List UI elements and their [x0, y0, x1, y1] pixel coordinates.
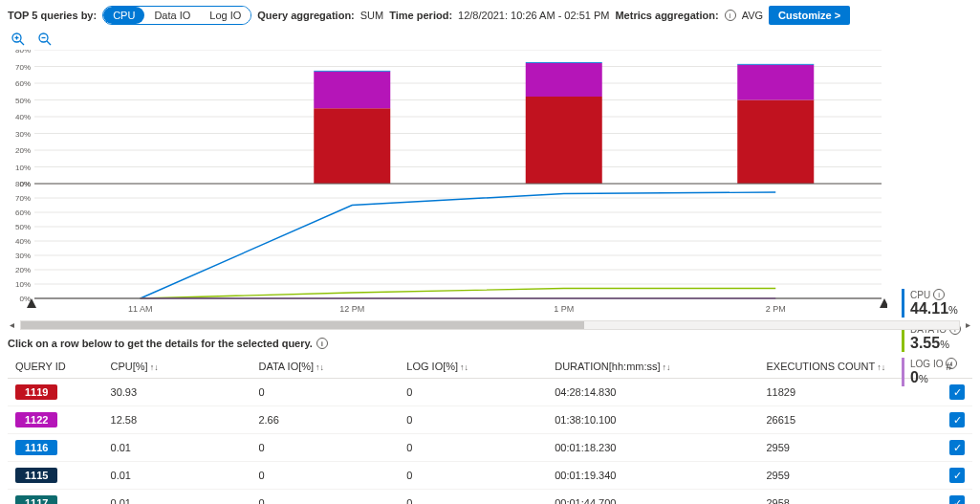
- svg-text:60%: 60%: [15, 79, 31, 88]
- svg-text:30%: 30%: [15, 130, 31, 139]
- cell-cpu: 0.01: [103, 462, 251, 490]
- table-row[interactable]: 111930.930004:28:14.83011829✓: [8, 379, 972, 406]
- row-checkbox[interactable]: ✓: [949, 412, 965, 427]
- zoom-in-icon[interactable]: [10, 31, 27, 48]
- sort-icon: ↑↓: [150, 362, 159, 372]
- zoom-out-icon[interactable]: [36, 31, 54, 48]
- svg-line-1: [20, 41, 24, 45]
- cell-logio: 0: [399, 406, 547, 434]
- cell-dataio: 0: [250, 379, 399, 406]
- svg-rect-48: [526, 62, 602, 63]
- cell-exec: 26615: [758, 406, 938, 434]
- table-row[interactable]: 112212.582.66001:38:10.10026615✓: [8, 406, 972, 434]
- top5-segmented-control: CPU Data IO Log IO: [102, 6, 251, 25]
- table-row[interactable]: 11150.010000:01:19.3402959✓: [8, 462, 972, 490]
- svg-rect-51: [737, 64, 814, 65]
- seg-logio[interactable]: Log IO: [200, 7, 250, 24]
- time-period-label: Time period:: [389, 10, 452, 21]
- svg-text:40%: 40%: [15, 113, 31, 121]
- scroll-track[interactable]: [20, 320, 960, 330]
- cell-logio: 0: [399, 490, 547, 505]
- svg-rect-46: [526, 97, 602, 184]
- table-row[interactable]: 11160.010000:01:18.2302959✓: [8, 434, 972, 462]
- svg-rect-50: [737, 65, 814, 100]
- svg-text:40%: 40%: [15, 237, 31, 246]
- cell-exec: 2958: [758, 490, 938, 505]
- table-instruction: Click on a row below to get the details …: [0, 334, 980, 355]
- metrics-chart[interactable]: 0%10%20%30%40%50%60%70%80%0%10%20%30%40%…: [8, 50, 887, 318]
- scroll-thumb[interactable]: [21, 321, 584, 329]
- svg-text:80%: 80%: [15, 180, 31, 188]
- info-icon[interactable]: i: [725, 10, 736, 21]
- query-id-badge: 1122: [15, 412, 57, 427]
- cell-duration: 04:28:14.830: [547, 379, 758, 406]
- cell-dataio: 0: [250, 462, 399, 490]
- svg-text:11 AM: 11 AM: [128, 304, 153, 314]
- query-table: QUERY ID CPU[%]↑↓ DATA IO[%]↑↓ LOG IO[%]…: [8, 355, 972, 504]
- legend-cpu: CPUi 44.11%: [902, 289, 978, 318]
- cell-duration: 00:01:44.700: [547, 490, 758, 505]
- query-id-badge: 1115: [15, 468, 57, 483]
- svg-text:2 PM: 2 PM: [766, 304, 786, 314]
- cell-exec: 2959: [758, 434, 938, 462]
- query-agg-label: Query aggregation:: [257, 10, 354, 21]
- svg-rect-43: [314, 108, 390, 184]
- cell-cpu: 30.93: [103, 379, 251, 406]
- header-cpu[interactable]: CPU[%]↑↓: [103, 355, 251, 379]
- svg-rect-44: [314, 72, 390, 109]
- cell-cpu: 12.58: [103, 406, 251, 434]
- svg-rect-49: [737, 100, 814, 185]
- time-period-value: 12/8/2021: 10:26 AM - 02:51 PM: [458, 10, 609, 21]
- cell-dataio: 0: [250, 490, 399, 505]
- scroll-left-icon[interactable]: ◂: [8, 319, 16, 330]
- cell-duration: 00:01:19.340: [547, 462, 758, 490]
- cell-logio: 0: [399, 379, 547, 406]
- header-query-id[interactable]: QUERY ID: [8, 355, 103, 379]
- metrics-agg-value: AVG: [742, 10, 763, 21]
- cell-dataio: 2.66: [250, 406, 399, 434]
- svg-text:60%: 60%: [15, 208, 31, 217]
- sort-icon: ↑↓: [460, 362, 468, 372]
- svg-text:30%: 30%: [15, 252, 31, 260]
- svg-text:10%: 10%: [15, 164, 31, 172]
- sort-icon: ↑↓: [316, 362, 324, 372]
- seg-dataio[interactable]: Data IO: [144, 7, 200, 24]
- sort-icon: ↑↓: [663, 362, 671, 372]
- cell-dataio: 0: [250, 434, 399, 462]
- cell-logio: 0: [399, 462, 547, 490]
- svg-text:1 PM: 1 PM: [554, 304, 574, 314]
- chart-legend: CPUi 44.11% DATA IOi 3.55% LOG IOi 0%: [902, 289, 978, 392]
- table-header-row: QUERY ID CPU[%]↑↓ DATA IO[%]↑↓ LOG IO[%]…: [8, 355, 972, 379]
- customize-button[interactable]: Customize >: [769, 6, 850, 25]
- query-id-badge: 1119: [15, 384, 57, 400]
- svg-text:20%: 20%: [15, 266, 31, 274]
- query-id-badge: 1116: [15, 440, 57, 455]
- header-dataio[interactable]: DATA IO[%]↑↓: [250, 355, 399, 379]
- cell-logio: 0: [399, 434, 547, 462]
- info-icon[interactable]: i: [933, 289, 945, 300]
- svg-rect-45: [314, 71, 390, 72]
- svg-rect-47: [526, 63, 602, 97]
- horizontal-scrollbar[interactable]: ◂ ▸: [8, 319, 972, 330]
- svg-text:50%: 50%: [15, 97, 31, 105]
- top5-label: TOP 5 queries by:: [8, 10, 97, 21]
- svg-text:70%: 70%: [15, 194, 31, 203]
- svg-text:70%: 70%: [15, 63, 31, 72]
- filter-toolbar: TOP 5 queries by: CPU Data IO Log IO Que…: [0, 0, 980, 27]
- svg-text:10%: 10%: [15, 280, 31, 289]
- svg-text:12 PM: 12 PM: [339, 304, 364, 314]
- row-checkbox[interactable]: ✓: [949, 440, 965, 455]
- sort-icon: ↑↓: [877, 362, 885, 372]
- legend-logio: LOG IOi 0%: [902, 358, 978, 386]
- seg-cpu[interactable]: CPU: [103, 7, 144, 24]
- info-icon[interactable]: i: [316, 338, 328, 349]
- row-checkbox[interactable]: ✓: [949, 468, 965, 483]
- metrics-agg-label: Metrics aggregation:: [615, 10, 718, 21]
- row-checkbox[interactable]: ✓: [949, 495, 965, 504]
- header-duration[interactable]: DURATION[hh:mm:ss]↑↓: [547, 355, 758, 379]
- table-row[interactable]: 11170.010000:01:44.7002958✓: [8, 490, 972, 505]
- header-logio[interactable]: LOG IO[%]↑↓: [399, 355, 547, 379]
- cell-cpu: 0.01: [103, 490, 251, 505]
- info-icon[interactable]: i: [946, 358, 957, 369]
- query-id-badge: 1117: [15, 495, 57, 504]
